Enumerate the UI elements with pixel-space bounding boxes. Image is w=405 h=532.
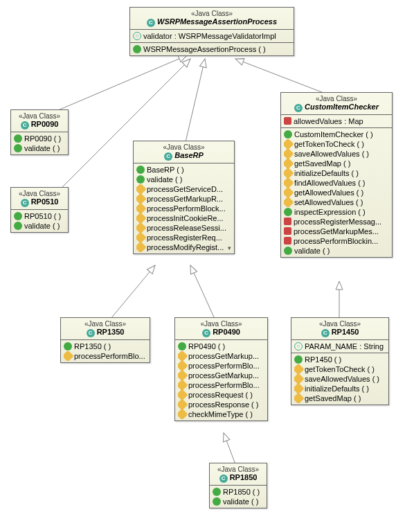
- class-icon: C: [321, 329, 330, 337]
- method-text: RP1450 ( ): [305, 355, 341, 364]
- svg-line-4: [111, 265, 155, 319]
- method-text: initializeDefaults ( ): [294, 169, 359, 177]
- attrs: ○PARAM_NAME : String: [291, 340, 388, 353]
- protected-icon: [178, 390, 188, 400]
- method-text: CustomItemChecker ( ): [294, 130, 373, 139]
- method-text: RP1350 ( ): [74, 342, 111, 351]
- method-text: processPerformBlo...: [188, 362, 260, 370]
- class-name: RP1450: [332, 328, 359, 336]
- method-text: validate ( ): [24, 144, 60, 152]
- protected-icon: [136, 184, 146, 194]
- protected-icon: [294, 393, 304, 403]
- class-icon: C: [147, 19, 155, 27]
- class-rp1850[interactable]: «Java Class» C RP1850 RP1850 ( ) validat…: [209, 463, 267, 508]
- public-icon: [136, 175, 145, 184]
- method-text: WSRPMessageAssertionProcess ( ): [143, 45, 266, 53]
- stereotype: «Java Class»: [15, 190, 64, 197]
- protected-icon: [284, 139, 294, 149]
- stereotype: «Java Class»: [138, 143, 230, 151]
- svg-line-3: [235, 59, 325, 94]
- protected-icon: [178, 371, 188, 380]
- class-custom[interactable]: «Java Class» C CustomItemChecker allowed…: [280, 92, 393, 258]
- class-header: «Java Class» C BaseRP: [134, 141, 234, 163]
- method-text: RP0090 ( ): [24, 134, 61, 143]
- class-rp1450[interactable]: «Java Class» C RP1450 ○PARAM_NAME : Stri…: [291, 317, 389, 405]
- class-wsrp[interactable]: «Java Class» C WSRPMessageAssertionProce…: [129, 7, 294, 56]
- svg-line-5: [190, 265, 215, 319]
- stereotype: «Java Class»: [15, 112, 64, 120]
- methods: RP1450 ( ) getTokenToCheck ( ) saveAllow…: [291, 353, 388, 405]
- attrs: ○validator : WSRPMessageValidatorImpl: [130, 30, 294, 43]
- public-icon: [284, 130, 292, 139]
- methods: RP0090 ( ) validate ( ): [11, 132, 68, 154]
- protected-icon: [284, 188, 294, 197]
- methods: WSRPMessageAssertionProcess ( ): [130, 43, 294, 55]
- protected-icon: [178, 400, 188, 409]
- svg-line-2: [186, 59, 205, 142]
- protected-icon: [136, 194, 146, 204]
- svg-line-0: [48, 55, 187, 114]
- class-rp0090[interactable]: «Java Class» C RP0090 RP0090 ( ) validat…: [10, 109, 69, 155]
- method-text: processRequest ( ): [188, 391, 253, 399]
- class-icon: C: [294, 104, 303, 112]
- public-icon: [284, 247, 292, 255]
- methods: RP1850 ( ) validate ( ): [210, 486, 267, 508]
- class-name: RP1350: [97, 328, 125, 336]
- method-text: processModifyRegist...: [147, 243, 224, 251]
- methods: CustomItemChecker ( ) getTokenToCheck ( …: [281, 128, 392, 257]
- class-rp0510[interactable]: «Java Class» C RP0510 RP0510 ( ) validat…: [10, 187, 69, 233]
- protected-icon: [294, 384, 304, 393]
- public-icon: [213, 497, 221, 506]
- protected-icon: [64, 351, 73, 361]
- protected-icon: [136, 213, 146, 223]
- method-text: setAllowedValues ( ): [294, 198, 363, 206]
- open-icon: ○: [294, 342, 303, 351]
- methods: RP1350 ( ) processPerformBlo...: [61, 340, 150, 362]
- class-header: «Java Class» C RP1450: [291, 318, 388, 340]
- method-text: processGetMarkup...: [188, 352, 259, 360]
- method-text: BaseRP ( ): [147, 166, 184, 174]
- class-header: «Java Class» C WSRPMessageAssertionProce…: [130, 8, 294, 30]
- public-icon: [136, 166, 145, 174]
- protected-icon: [284, 197, 294, 207]
- method-text: RP1850 ( ): [223, 488, 260, 496]
- private-icon: [284, 218, 291, 225]
- method-text: validate ( ): [147, 175, 182, 184]
- public-icon: [14, 134, 22, 143]
- method-text: RP0510 ( ): [24, 212, 61, 220]
- more-icon[interactable]: ▾: [225, 245, 233, 253]
- methods: BaseRP ( ) validate ( ) processGetServic…: [134, 163, 234, 254]
- protected-icon: [284, 168, 294, 178]
- class-name: RP1850: [230, 473, 258, 481]
- method-text: processPerformBlo...: [188, 381, 260, 389]
- public-icon: [284, 208, 292, 216]
- private-icon: [284, 227, 291, 235]
- public-icon: [14, 144, 22, 152]
- method-text: processRegisterMessag...: [294, 218, 381, 226]
- method-text: processPerformBlock...: [147, 204, 226, 213]
- method-text: processReleaseSessi...: [147, 224, 226, 232]
- public-icon: [14, 212, 22, 220]
- method-text: getTokenToCheck ( ): [294, 140, 364, 148]
- public-icon: [64, 342, 72, 351]
- attr-text: allowedValues : Map: [294, 117, 363, 125]
- protected-icon: [136, 233, 146, 242]
- method-text: processInitCookieRe...: [147, 214, 224, 222]
- class-header: «Java Class» C RP0490: [175, 318, 267, 340]
- protected-icon: [284, 149, 294, 159]
- protected-icon: [178, 361, 188, 371]
- method-text: validate ( ): [223, 497, 258, 506]
- protected-icon: [284, 178, 294, 188]
- class-baserp[interactable]: «Java Class» C BaseRP BaseRP ( ) validat…: [133, 141, 235, 254]
- svg-line-7: [224, 433, 235, 464]
- class-rp0490[interactable]: «Java Class» C RP0490 RP0490 ( ) process…: [174, 317, 268, 421]
- method-text: processRegisterReq...: [147, 233, 222, 242]
- method-text: processResponse ( ): [188, 400, 259, 409]
- method-text: initializeDefaults ( ): [305, 384, 369, 393]
- class-rp1350[interactable]: «Java Class» C RP1350 RP1350 ( ) process…: [60, 317, 150, 363]
- class-icon: C: [164, 152, 172, 161]
- class-name: CustomItemChecker: [305, 103, 379, 111]
- public-icon: [178, 342, 186, 351]
- attr-text: validator : WSRPMessageValidatorImpl: [143, 32, 276, 40]
- protected-icon: [294, 364, 304, 374]
